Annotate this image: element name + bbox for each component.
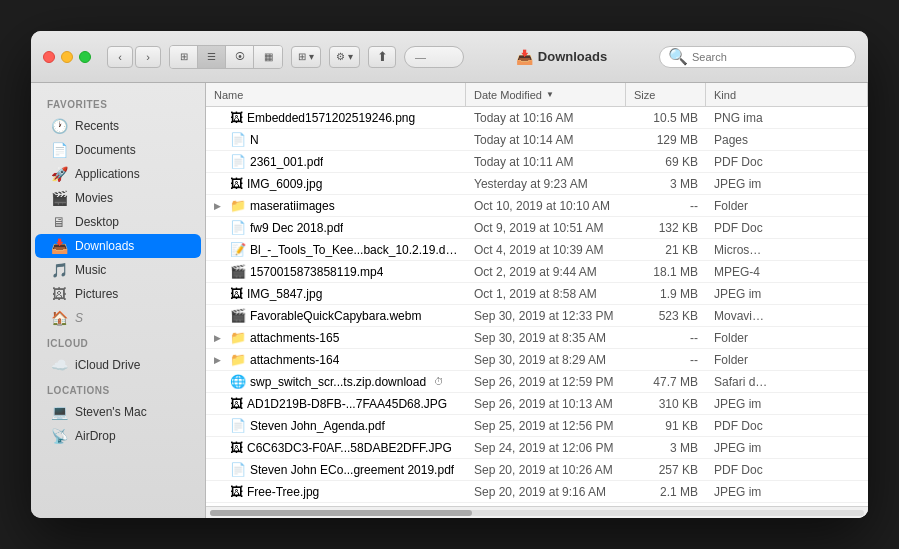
file-row[interactable]: 🖼 IMG_6009.jpg Yesterday at 9:23 AM 3 MB… bbox=[206, 173, 868, 195]
sidebar-item-icloud-drive[interactable]: ☁️ iCloud Drive bbox=[35, 353, 201, 377]
file-name-cell: 🖼 IMG_5847.jpg bbox=[206, 286, 466, 301]
file-row[interactable]: 🖼 C6C63DC3-F0AF...58DABE2DFF.JPG Sep 24,… bbox=[206, 437, 868, 459]
file-name-cell: 📄 2361_001.pdf bbox=[206, 154, 466, 169]
file-type-icon: 📁 bbox=[230, 330, 246, 345]
favorites-header: Favorites bbox=[31, 91, 205, 114]
file-size: -- bbox=[626, 199, 706, 213]
action-button[interactable]: ⚙ ▾ bbox=[329, 46, 360, 68]
file-name: IMG_5847.jpg bbox=[247, 287, 322, 301]
sidebar-item-stevens-mac[interactable]: 💻 Steven's Mac bbox=[35, 400, 201, 424]
arrange-icon: ⊞ bbox=[298, 51, 306, 62]
back-button[interactable]: ‹ bbox=[107, 46, 133, 68]
downloads-icon: 📥 bbox=[51, 238, 67, 254]
close-button[interactable] bbox=[43, 51, 55, 63]
scrollbar-track[interactable] bbox=[210, 510, 864, 516]
file-row[interactable]: 🌐 swp_switch_scr...ts.zip.download ⏱ Sep… bbox=[206, 371, 868, 393]
file-name: N bbox=[250, 133, 259, 147]
file-row[interactable]: 📄 Steven John_Agenda.pdf Sep 25, 2019 at… bbox=[206, 415, 868, 437]
path-bar-icon: — bbox=[415, 51, 426, 63]
file-row[interactable]: 🖼 AD1D219B-D8FB-...7FAA45D68.JPG Sep 26,… bbox=[206, 393, 868, 415]
sidebar-item-airdrop[interactable]: 📡 AirDrop bbox=[35, 424, 201, 448]
file-name: 1570015873858119.mp4 bbox=[250, 265, 383, 279]
file-name-cell: 📄 N bbox=[206, 132, 466, 147]
file-size: -- bbox=[626, 331, 706, 345]
arrange-arrow-icon: ▾ bbox=[309, 51, 314, 62]
icon-view-button[interactable]: ⊞ bbox=[170, 46, 198, 68]
scrollbar-thumb[interactable] bbox=[210, 510, 472, 516]
share-icon: ⬆ bbox=[377, 49, 388, 64]
expand-icon: ▶ bbox=[214, 355, 226, 365]
file-kind: Folder bbox=[706, 199, 868, 213]
file-date: Sep 24, 2019 at 12:06 PM bbox=[466, 441, 626, 455]
file-type-icon: 🖼 bbox=[230, 286, 243, 301]
sidebar-item-applications[interactable]: 🚀 Applications bbox=[35, 162, 201, 186]
minimize-button[interactable] bbox=[61, 51, 73, 63]
sidebar-item-recents[interactable]: 🕐 Recents bbox=[35, 114, 201, 138]
file-row[interactable]: 📄 Steven John ECo...greement 2019.pdf Se… bbox=[206, 459, 868, 481]
file-row[interactable]: 📝 Bl_-_Tools_To_Kee...back_10.2.19.docx … bbox=[206, 239, 868, 261]
file-row[interactable]: 📄 2361_001.pdf Today at 10:11 AM 69 KB P… bbox=[206, 151, 868, 173]
file-kind: Safari d… bbox=[706, 375, 868, 389]
movies-icon: 🎬 bbox=[51, 190, 67, 206]
sidebar-item-s[interactable]: 🏠 S bbox=[35, 306, 201, 330]
file-date: Sep 26, 2019 at 12:59 PM bbox=[466, 375, 626, 389]
file-size: 310 KB bbox=[626, 397, 706, 411]
file-row[interactable]: 🎬 1570015873858119.mp4 Oct 2, 2019 at 9:… bbox=[206, 261, 868, 283]
file-row[interactable]: ▶ 📁 maseratiimages Oct 10, 2019 at 10:10… bbox=[206, 195, 868, 217]
file-row[interactable]: ▶ 📁 attachments-164 Sep 30, 2019 at 8:29… bbox=[206, 349, 868, 371]
sidebar-item-documents[interactable]: 📄 Documents bbox=[35, 138, 201, 162]
column-view-button[interactable]: ⦿ bbox=[226, 46, 254, 68]
file-date: Yesterday at 9:23 AM bbox=[466, 177, 626, 191]
file-kind: PDF Doc bbox=[706, 463, 868, 477]
file-name-cell: 🖼 Free-Tree.jpg bbox=[206, 484, 466, 499]
sidebar-item-movies[interactable]: 🎬 Movies bbox=[35, 186, 201, 210]
path-bar[interactable]: — bbox=[404, 46, 464, 68]
file-name-cell: ▶ 📁 attachments-165 bbox=[206, 330, 466, 345]
file-date: Today at 10:14 AM bbox=[466, 133, 626, 147]
sidebar-item-pictures[interactable]: 🖼 Pictures bbox=[35, 282, 201, 306]
file-row[interactable]: 🎬 FavorableQuickCapybara.webm Sep 30, 20… bbox=[206, 305, 868, 327]
file-type-icon: 📄 bbox=[230, 154, 246, 169]
sidebar-item-label-recents: Recents bbox=[75, 119, 119, 133]
file-row[interactable]: 📄 fw9 Dec 2018.pdf Oct 9, 2019 at 10:51 … bbox=[206, 217, 868, 239]
finder-window: ‹ › ⊞ ☰ ⦿ ▦ ⊞ ▾ ⚙ ▾ ⬆ — 📥 Downloads 🔍 bbox=[31, 31, 868, 518]
search-input[interactable] bbox=[692, 51, 847, 63]
sidebar-item-music[interactable]: 🎵 Music bbox=[35, 258, 201, 282]
file-kind: Pages bbox=[706, 133, 868, 147]
file-type-icon: 🖼 bbox=[230, 176, 243, 191]
file-row[interactable]: 📄 N Today at 10:14 AM 129 MB Pages bbox=[206, 129, 868, 151]
gear-icon: ⚙ bbox=[336, 51, 345, 62]
maximize-button[interactable] bbox=[79, 51, 91, 63]
file-type-icon: 🖼 bbox=[230, 484, 243, 499]
name-column-header[interactable]: Name bbox=[206, 83, 466, 106]
kind-column-header[interactable]: Kind bbox=[706, 83, 868, 106]
forward-button[interactable]: › bbox=[135, 46, 161, 68]
file-name: AD1D219B-D8FB-...7FAA45D68.JPG bbox=[247, 397, 447, 411]
arrange-button[interactable]: ⊞ ▾ bbox=[291, 46, 321, 68]
file-row[interactable]: 🖼 Embedded1571202519246.png Today at 10:… bbox=[206, 107, 868, 129]
sidebar-item-desktop[interactable]: 🖥 Desktop bbox=[35, 210, 201, 234]
home-icon: 🏠 bbox=[51, 310, 67, 326]
file-size: 69 KB bbox=[626, 155, 706, 169]
airdrop-icon: 📡 bbox=[51, 428, 67, 444]
gallery-view-button[interactable]: ▦ bbox=[254, 46, 282, 68]
titlebar: ‹ › ⊞ ☰ ⦿ ▦ ⊞ ▾ ⚙ ▾ ⬆ — 📥 Downloads 🔍 bbox=[31, 31, 868, 83]
search-bar[interactable]: 🔍 bbox=[659, 46, 856, 68]
share-button[interactable]: ⬆ bbox=[368, 46, 396, 68]
file-kind: MPEG-4 bbox=[706, 265, 868, 279]
file-type-icon: 📄 bbox=[230, 132, 246, 147]
date-column-header[interactable]: Date Modified ▼ bbox=[466, 83, 626, 106]
file-size: 3 MB bbox=[626, 177, 706, 191]
file-list: 🖼 Embedded1571202519246.png Today at 10:… bbox=[206, 107, 868, 506]
sidebar-item-downloads[interactable]: 📥 Downloads bbox=[35, 234, 201, 258]
file-type-icon: 📁 bbox=[230, 352, 246, 367]
file-row[interactable]: 🖼 Free-Tree.jpg Sep 20, 2019 at 9:16 AM … bbox=[206, 481, 868, 503]
file-kind: PDF Doc bbox=[706, 419, 868, 433]
file-type-icon: 📄 bbox=[230, 418, 246, 433]
size-column-header[interactable]: Size bbox=[626, 83, 706, 106]
file-size: 1.9 MB bbox=[626, 287, 706, 301]
file-row[interactable]: 🖼 IMG_5847.jpg Oct 1, 2019 at 8:58 AM 1.… bbox=[206, 283, 868, 305]
file-row[interactable]: ▶ 📁 attachments-165 Sep 30, 2019 at 8:35… bbox=[206, 327, 868, 349]
list-view-button[interactable]: ☰ bbox=[198, 46, 226, 68]
file-date: Sep 30, 2019 at 8:29 AM bbox=[466, 353, 626, 367]
